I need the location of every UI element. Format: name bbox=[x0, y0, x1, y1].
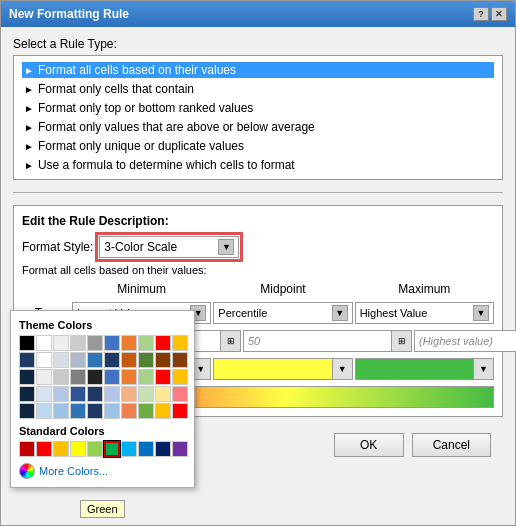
rule-type-item-3[interactable]: ► Format only values that are above or b… bbox=[22, 119, 494, 135]
value-icon-btn-1[interactable]: ⊞ bbox=[391, 331, 411, 351]
standard-color-4[interactable] bbox=[87, 441, 103, 457]
theme-color-8[interactable] bbox=[155, 335, 171, 351]
theme-color-22[interactable] bbox=[53, 369, 69, 385]
help-button[interactable]: ? bbox=[473, 7, 489, 21]
theme-color-0[interactable] bbox=[19, 335, 35, 351]
col-header-0: Minimum bbox=[72, 282, 211, 296]
more-colors-row[interactable]: More Colors... bbox=[19, 463, 186, 479]
theme-color-14[interactable] bbox=[87, 352, 103, 368]
value-field-2[interactable]: ⊞ bbox=[414, 330, 516, 352]
theme-color-1[interactable] bbox=[36, 335, 52, 351]
close-button[interactable]: ✕ bbox=[491, 7, 507, 21]
color-btn-2[interactable]: ▼ bbox=[473, 359, 493, 379]
theme-color-49[interactable] bbox=[172, 403, 188, 419]
value-input-1[interactable] bbox=[244, 335, 391, 347]
standard-color-2[interactable] bbox=[53, 441, 69, 457]
theme-color-7[interactable] bbox=[138, 335, 154, 351]
rule-type-item-0[interactable]: ► Format all cells based on their values bbox=[22, 62, 494, 78]
theme-color-16[interactable] bbox=[121, 352, 137, 368]
theme-color-39[interactable] bbox=[172, 386, 188, 402]
theme-color-3[interactable] bbox=[70, 335, 86, 351]
value-icon-btn-0[interactable]: ⊞ bbox=[220, 331, 240, 351]
arrow-icon-1: ► bbox=[24, 84, 34, 95]
theme-color-4[interactable] bbox=[87, 335, 103, 351]
theme-color-40[interactable] bbox=[19, 403, 35, 419]
title-bar-buttons: ? ✕ bbox=[473, 7, 507, 21]
theme-color-13[interactable] bbox=[70, 352, 86, 368]
theme-color-12[interactable] bbox=[53, 352, 69, 368]
theme-color-30[interactable] bbox=[19, 386, 35, 402]
format-style-dropdown[interactable]: 3-Color Scale ▼ bbox=[99, 236, 239, 258]
rule-type-label: Select a Rule Type: bbox=[13, 37, 503, 51]
theme-color-38[interactable] bbox=[155, 386, 171, 402]
color-cell-1[interactable]: ▼ bbox=[213, 358, 352, 380]
theme-color-34[interactable] bbox=[87, 386, 103, 402]
standard-color-5[interactable] bbox=[104, 441, 120, 457]
arrow-icon-3: ► bbox=[24, 122, 34, 133]
theme-color-17[interactable] bbox=[138, 352, 154, 368]
theme-color-21[interactable] bbox=[36, 369, 52, 385]
value-input-2[interactable] bbox=[415, 335, 516, 347]
ok-button[interactable]: OK bbox=[334, 433, 404, 457]
standard-color-1[interactable] bbox=[36, 441, 52, 457]
theme-color-23[interactable] bbox=[70, 369, 86, 385]
theme-color-33[interactable] bbox=[70, 386, 86, 402]
theme-color-28[interactable] bbox=[155, 369, 171, 385]
theme-color-26[interactable] bbox=[121, 369, 137, 385]
theme-color-5[interactable] bbox=[104, 335, 120, 351]
standard-colors-label: Standard Colors bbox=[19, 425, 186, 437]
theme-color-44[interactable] bbox=[87, 403, 103, 419]
rule-type-item-2[interactable]: ► Format only top or bottom ranked value… bbox=[22, 100, 494, 116]
theme-color-29[interactable] bbox=[172, 369, 188, 385]
theme-color-11[interactable] bbox=[36, 352, 52, 368]
theme-color-10[interactable] bbox=[19, 352, 35, 368]
color-btn-1[interactable]: ▼ bbox=[332, 359, 352, 379]
type-arrow-1: ▼ bbox=[332, 305, 348, 321]
theme-color-41[interactable] bbox=[36, 403, 52, 419]
theme-color-19[interactable] bbox=[172, 352, 188, 368]
theme-color-20[interactable] bbox=[19, 369, 35, 385]
theme-color-15[interactable] bbox=[104, 352, 120, 368]
color-cell-2[interactable]: ▼ bbox=[355, 358, 494, 380]
standard-color-8[interactable] bbox=[155, 441, 171, 457]
standard-color-6[interactable] bbox=[121, 441, 137, 457]
more-colors-label: More Colors... bbox=[39, 465, 108, 477]
standard-color-0[interactable] bbox=[19, 441, 35, 457]
rule-type-item-4[interactable]: ► Format only unique or duplicate values bbox=[22, 138, 494, 154]
theme-color-47[interactable] bbox=[138, 403, 154, 419]
theme-color-31[interactable] bbox=[36, 386, 52, 402]
rule-type-item-1[interactable]: ► Format only cells that contain bbox=[22, 81, 494, 97]
type-dropdown-1[interactable]: Percentile ▼ bbox=[213, 302, 352, 324]
value-field-1[interactable]: ⊞ bbox=[243, 330, 412, 352]
standard-color-7[interactable] bbox=[138, 441, 154, 457]
theme-color-48[interactable] bbox=[155, 403, 171, 419]
theme-color-6[interactable] bbox=[121, 335, 137, 351]
theme-colors-label: Theme Colors bbox=[19, 319, 186, 331]
color-swatch-1 bbox=[214, 359, 331, 379]
cancel-button[interactable]: Cancel bbox=[412, 433, 491, 457]
theme-color-45[interactable] bbox=[104, 403, 120, 419]
theme-color-46[interactable] bbox=[121, 403, 137, 419]
rule-type-item-5[interactable]: ► Use a formula to determine which cells… bbox=[22, 157, 494, 173]
theme-color-43[interactable] bbox=[70, 403, 86, 419]
theme-color-9[interactable] bbox=[172, 335, 188, 351]
theme-color-24[interactable] bbox=[87, 369, 103, 385]
standard-color-9[interactable] bbox=[172, 441, 188, 457]
col-header-2: Maximum bbox=[355, 282, 494, 296]
arrow-icon-5: ► bbox=[24, 160, 34, 171]
theme-color-32[interactable] bbox=[53, 386, 69, 402]
arrow-icon-2: ► bbox=[24, 103, 34, 114]
theme-color-35[interactable] bbox=[104, 386, 120, 402]
theme-color-2[interactable] bbox=[53, 335, 69, 351]
format-style-arrow: ▼ bbox=[218, 239, 234, 255]
theme-color-37[interactable] bbox=[138, 386, 154, 402]
theme-color-27[interactable] bbox=[138, 369, 154, 385]
standard-color-3[interactable] bbox=[70, 441, 86, 457]
format-style-label: Format Style: bbox=[22, 240, 93, 254]
theme-color-18[interactable] bbox=[155, 352, 171, 368]
type-dropdown-2[interactable]: Highest Value ▼ bbox=[355, 302, 494, 324]
theme-color-25[interactable] bbox=[104, 369, 120, 385]
theme-color-36[interactable] bbox=[121, 386, 137, 402]
format-style-row: Format Style: 3-Color Scale ▼ bbox=[22, 236, 494, 258]
theme-color-42[interactable] bbox=[53, 403, 69, 419]
